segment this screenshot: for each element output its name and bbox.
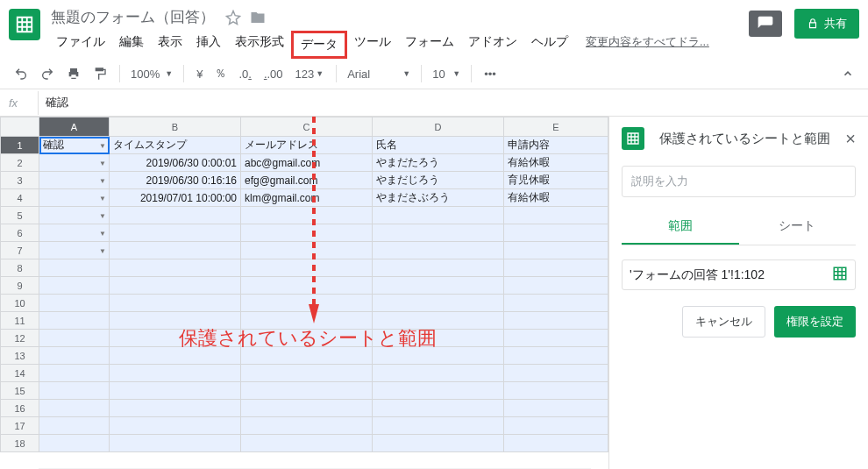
menu-data[interactable]: データ <box>291 31 347 59</box>
row-header[interactable]: 2 <box>1 154 39 172</box>
menu-tools[interactable]: ツール <box>347 31 398 59</box>
cell[interactable] <box>504 242 608 259</box>
cell[interactable] <box>373 242 504 259</box>
cell[interactable] <box>39 435 110 452</box>
cell[interactable] <box>241 295 373 312</box>
menu-edit[interactable]: 編集 <box>112 31 151 59</box>
dec-decrease-button[interactable]: .0. <box>233 64 256 84</box>
grid-icon[interactable] <box>832 266 848 284</box>
formula-input[interactable]: 確認 <box>39 89 868 116</box>
col-header-b[interactable]: B <box>110 117 241 137</box>
cell[interactable] <box>110 417 241 435</box>
row-header[interactable]: 13 <box>1 347 39 365</box>
menu-insert[interactable]: 挿入 <box>189 31 228 59</box>
cell[interactable]: ▼ <box>39 242 110 259</box>
cell[interactable] <box>39 400 110 417</box>
print-button[interactable] <box>61 63 86 84</box>
cell[interactable] <box>373 400 504 417</box>
cell[interactable] <box>504 224 608 242</box>
cell[interactable]: 氏名 <box>373 137 504 154</box>
cell[interactable]: 育児休暇 <box>504 172 608 189</box>
cell[interactable] <box>110 347 241 365</box>
cell[interactable] <box>241 417 373 435</box>
row-header[interactable]: 16 <box>1 400 39 417</box>
cell[interactable] <box>241 259 373 277</box>
close-icon[interactable]: × <box>845 129 856 149</box>
cell[interactable]: ▼ <box>39 154 110 172</box>
cell[interactable] <box>39 295 110 312</box>
cell[interactable] <box>504 435 608 452</box>
comments-button[interactable] <box>749 11 782 37</box>
cell[interactable]: やまださぶろう <box>373 189 504 207</box>
tab-range[interactable]: 範囲 <box>622 210 739 245</box>
row-header[interactable]: 4 <box>1 189 39 207</box>
cell[interactable] <box>373 330 504 347</box>
cell[interactable] <box>504 382 608 400</box>
row-header[interactable]: 18 <box>1 435 39 452</box>
menu-format[interactable]: 表示形式 <box>228 31 291 59</box>
cell[interactable] <box>110 365 241 382</box>
cell[interactable] <box>504 277 608 295</box>
cell[interactable] <box>39 259 110 277</box>
cell[interactable] <box>504 259 608 277</box>
cell[interactable]: 確認▼ <box>39 137 110 154</box>
undo-button[interactable] <box>9 63 33 84</box>
row-header[interactable]: 10 <box>1 295 39 312</box>
cell[interactable] <box>110 259 241 277</box>
cell[interactable]: ▼ <box>39 224 110 242</box>
cell[interactable]: efg@gmail.com <box>241 172 373 189</box>
cell[interactable] <box>39 277 110 295</box>
cell[interactable] <box>504 207 608 224</box>
cell[interactable] <box>110 207 241 224</box>
cell[interactable]: ▼ <box>39 189 110 207</box>
cell[interactable] <box>504 330 608 347</box>
set-permissions-button[interactable]: 権限を設定 <box>774 306 856 338</box>
cell[interactable] <box>110 295 241 312</box>
cell[interactable] <box>39 417 110 435</box>
tab-sheet[interactable]: シート <box>739 210 857 245</box>
menu-form[interactable]: フォーム <box>398 31 461 59</box>
cell[interactable]: メールアドレス <box>241 137 373 154</box>
cell[interactable] <box>241 347 373 365</box>
zoom-select[interactable]: 100%▼ <box>127 66 176 82</box>
row-header[interactable]: 12 <box>1 330 39 347</box>
menu-view[interactable]: 表示 <box>151 31 189 59</box>
cell[interactable]: 2019/06/30 0:00:01 <box>110 154 241 172</box>
cell[interactable]: やまだたろう <box>373 154 504 172</box>
more-formats-button[interactable]: 123▼ <box>290 64 330 84</box>
col-header-c[interactable]: C <box>241 117 373 137</box>
document-title[interactable]: 無題のフォーム（回答） <box>49 5 217 29</box>
cell[interactable]: ▼ <box>39 207 110 224</box>
description-input[interactable]: 説明を入力 <box>622 166 856 197</box>
cell[interactable] <box>39 330 110 347</box>
cancel-button[interactable]: キャンセル <box>682 306 765 338</box>
row-header[interactable]: 1 <box>1 137 39 154</box>
cell[interactable] <box>241 400 373 417</box>
cell[interactable] <box>110 312 241 330</box>
row-header[interactable]: 7 <box>1 242 39 259</box>
cell[interactable] <box>373 207 504 224</box>
row-header[interactable]: 15 <box>1 382 39 400</box>
star-icon[interactable] <box>225 10 241 25</box>
font-size-select[interactable]: 10▼ <box>429 66 464 82</box>
cell[interactable] <box>241 312 373 330</box>
cell[interactable]: 申請内容 <box>504 137 608 154</box>
cell[interactable] <box>110 242 241 259</box>
cell[interactable] <box>504 347 608 365</box>
cell[interactable] <box>504 365 608 382</box>
cell[interactable]: ▼ <box>39 172 110 189</box>
paint-format-button[interactable] <box>88 63 112 84</box>
cell[interactable]: 2019/06/30 0:16:16 <box>110 172 241 189</box>
cell[interactable] <box>241 365 373 382</box>
row-header[interactable]: 11 <box>1 312 39 330</box>
cell[interactable] <box>504 295 608 312</box>
cell[interactable] <box>373 277 504 295</box>
cell[interactable] <box>241 224 373 242</box>
row-header[interactable]: 17 <box>1 417 39 435</box>
cell[interactable]: abc@gmail.com <box>241 154 373 172</box>
cell[interactable] <box>241 242 373 259</box>
cell[interactable] <box>241 382 373 400</box>
cell[interactable] <box>110 400 241 417</box>
share-button[interactable]: 共有 <box>794 9 859 39</box>
row-header[interactable]: 9 <box>1 277 39 295</box>
